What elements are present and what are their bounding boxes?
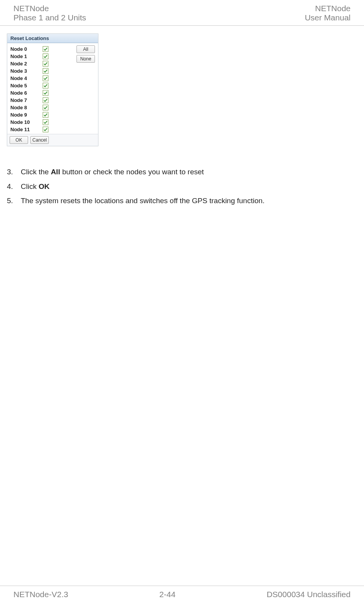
node-row: Node 9 bbox=[10, 111, 75, 119]
node-checkbox[interactable] bbox=[43, 97, 48, 103]
node-checkbox[interactable] bbox=[43, 90, 48, 96]
node-row: Node 11 bbox=[10, 126, 75, 133]
instruction-step: 3.Click the All button or check the node… bbox=[7, 167, 357, 177]
page-content: Reset Locations Node 0Node 1Node 2Node 3… bbox=[0, 26, 364, 206]
page-footer: NETNode-V2.3 2-44 DS000034 Unclassified bbox=[0, 586, 364, 606]
ok-button[interactable]: OK bbox=[10, 136, 28, 144]
node-checkbox[interactable] bbox=[43, 127, 48, 132]
reset-locations-dialog: Reset Locations Node 0Node 1Node 2Node 3… bbox=[7, 33, 98, 146]
node-label: Node 1 bbox=[10, 53, 43, 59]
node-checkbox[interactable] bbox=[43, 119, 48, 125]
step-number: 5. bbox=[7, 197, 21, 205]
node-row: Node 5 bbox=[10, 82, 75, 89]
footer-right: DS000034 Unclassified bbox=[267, 590, 351, 599]
node-row: Node 7 bbox=[10, 97, 75, 104]
footer-center: 2-44 bbox=[160, 590, 176, 599]
node-label: Node 8 bbox=[10, 105, 43, 110]
page-header: NETNode Phase 1 and 2 Units NETNode User… bbox=[0, 0, 364, 26]
header-right-line1: NETNode bbox=[305, 4, 351, 13]
node-row: Node 4 bbox=[10, 75, 75, 82]
node-row: Node 2 bbox=[10, 60, 75, 67]
step-text: Click OK bbox=[21, 182, 357, 192]
node-label: Node 6 bbox=[10, 90, 43, 96]
header-left-line2: Phase 1 and 2 Units bbox=[13, 13, 86, 22]
node-row: Node 10 bbox=[10, 119, 75, 126]
dialog-title: Reset Locations bbox=[7, 34, 98, 43]
all-button[interactable]: All bbox=[76, 45, 95, 53]
header-right: NETNode User Manual bbox=[305, 4, 351, 22]
node-checkbox[interactable] bbox=[43, 61, 48, 67]
node-checkbox[interactable] bbox=[43, 53, 48, 59]
dialog-footer: OK Cancel bbox=[7, 134, 98, 146]
header-left: NETNode Phase 1 and 2 Units bbox=[13, 4, 86, 22]
node-checkbox[interactable] bbox=[43, 83, 48, 88]
node-label: Node 2 bbox=[10, 61, 43, 67]
node-list: Node 0Node 1Node 2Node 3Node 4Node 5Node… bbox=[10, 45, 75, 133]
node-row: Node 8 bbox=[10, 104, 75, 111]
header-right-line2: User Manual bbox=[305, 13, 351, 22]
dialog-body: Node 0Node 1Node 2Node 3Node 4Node 5Node… bbox=[7, 43, 98, 134]
step-text: The system resets the locations and swit… bbox=[21, 196, 357, 206]
node-label: Node 0 bbox=[10, 46, 43, 52]
node-label: Node 4 bbox=[10, 75, 43, 81]
node-checkbox[interactable] bbox=[43, 105, 48, 110]
node-row: Node 1 bbox=[10, 53, 75, 60]
node-row: Node 3 bbox=[10, 67, 75, 75]
node-row: Node 0 bbox=[10, 45, 75, 53]
instruction-steps: 3.Click the All button or check the node… bbox=[7, 167, 357, 206]
dialog-side-buttons: All None bbox=[75, 45, 96, 133]
none-button[interactable]: None bbox=[76, 55, 95, 63]
instruction-step: 4.Click OK bbox=[7, 182, 357, 192]
instruction-step: 5.The system resets the locations and sw… bbox=[7, 196, 357, 206]
node-checkbox[interactable] bbox=[43, 112, 48, 118]
node-checkbox[interactable] bbox=[43, 46, 48, 52]
cancel-button[interactable]: Cancel bbox=[30, 136, 49, 144]
node-row: Node 6 bbox=[10, 89, 75, 97]
node-label: Node 9 bbox=[10, 112, 43, 118]
node-label: Node 5 bbox=[10, 83, 43, 88]
step-number: 4. bbox=[7, 182, 21, 191]
footer-left: NETNode-V2.3 bbox=[13, 590, 68, 599]
node-label: Node 10 bbox=[10, 119, 43, 125]
node-label: Node 3 bbox=[10, 68, 43, 74]
node-label: Node 7 bbox=[10, 97, 43, 103]
step-number: 3. bbox=[7, 168, 21, 176]
step-text: Click the All button or check the nodes … bbox=[21, 167, 357, 177]
node-checkbox[interactable] bbox=[43, 75, 48, 81]
node-label: Node 11 bbox=[10, 127, 43, 132]
node-checkbox[interactable] bbox=[43, 68, 48, 74]
header-left-line1: NETNode bbox=[13, 4, 86, 13]
